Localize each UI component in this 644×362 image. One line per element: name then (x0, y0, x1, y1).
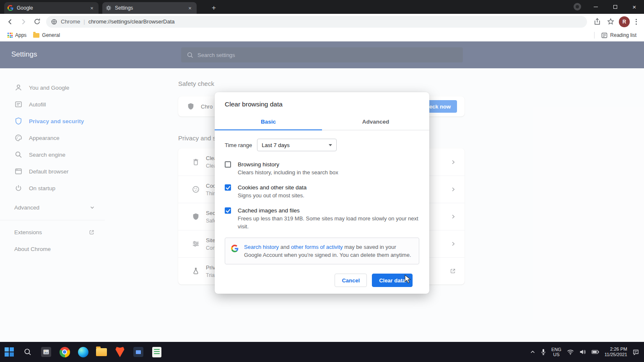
dropdown-caret-icon (329, 144, 332, 146)
tab-settings[interactable]: Settings × (102, 2, 197, 14)
taskbar-edge-button[interactable] (74, 342, 92, 362)
share-icon[interactable] (591, 16, 603, 28)
bookmarks-bar: Apps General Reading list (0, 29, 644, 41)
mouse-cursor (404, 274, 412, 284)
edge-icon (78, 347, 88, 357)
browser-menu-icon[interactable] (631, 19, 641, 25)
language-indicator[interactable]: ENG US (551, 347, 561, 357)
option-browsing-history: Browsing history Clears history, includi… (225, 160, 419, 176)
new-tab-button[interactable]: + (209, 3, 219, 13)
folder-label: General (42, 32, 60, 38)
tab-basic[interactable]: Basic (215, 114, 322, 130)
google-favicon-icon (8, 5, 13, 11)
minimize-button[interactable] (586, 0, 605, 14)
taskbar-photos-button[interactable] (37, 342, 55, 362)
windows-logo-icon (5, 347, 14, 357)
tab-title: Google (17, 5, 88, 11)
google-account-note: Search history and other forms of activi… (225, 238, 419, 264)
search-history-link[interactable]: Search history (244, 244, 279, 250)
taskbar-brave-button[interactable] (111, 342, 129, 362)
option-cookies: Cookies and other site data Signs you ou… (225, 184, 419, 199)
action-center-icon[interactable] (633, 349, 639, 355)
start-button[interactable] (0, 342, 18, 362)
tab-close-icon[interactable]: × (187, 5, 193, 11)
time-range-label: Time range (225, 142, 252, 148)
option-title: Browsing history (238, 160, 338, 168)
file-explorer-icon (96, 348, 107, 356)
option-desc: Signs you out of most sites. (238, 191, 306, 199)
lang-line-1: ENG (551, 347, 561, 352)
monitor-app-icon (133, 347, 143, 357)
cookies-checkbox[interactable] (225, 184, 231, 191)
apps-label: Apps (15, 32, 26, 38)
close-button[interactable]: × (625, 0, 644, 14)
browsing-history-checkbox[interactable] (225, 161, 231, 168)
battery-icon[interactable] (592, 350, 599, 354)
option-title: Cookies and other site data (238, 184, 306, 191)
clear-browsing-data-dialog: Clear browsing data Basic Advanced Time … (215, 92, 429, 294)
clock-date: 11/25/2021 (605, 352, 627, 357)
profile-avatar[interactable]: R (619, 16, 630, 27)
tab-google[interactable]: Google × (4, 2, 99, 14)
url-text: chrome://settings/clearBrowserData (88, 18, 175, 25)
folder-icon (33, 33, 39, 38)
photos-icon (41, 347, 51, 357)
forward-icon[interactable] (18, 16, 29, 28)
volume-icon[interactable] (579, 349, 586, 355)
taskbar-app-button-1[interactable] (129, 342, 148, 362)
url-site-label: Chrome (61, 18, 80, 25)
browser-toolbar: Chrome | chrome://settings/clearBrowserD… (0, 14, 644, 29)
apps-grid-icon (8, 33, 13, 38)
reading-list-icon (601, 32, 608, 39)
back-icon[interactable] (4, 16, 16, 28)
taskbar-chrome-button[interactable] (55, 342, 74, 362)
record-indicator-icon (574, 3, 581, 10)
divider (594, 32, 595, 39)
google-g-icon (231, 245, 239, 252)
wifi-icon[interactable] (567, 349, 574, 355)
reload-icon[interactable] (31, 16, 43, 28)
taskbar-search-button[interactable] (18, 342, 37, 362)
microphone-icon[interactable] (541, 349, 546, 355)
note-mid: and (279, 244, 291, 250)
system-tray: ENG US 2:26 PM 11/25/2021 (530, 346, 644, 357)
tab-title: Settings (115, 5, 187, 11)
brave-icon (115, 347, 125, 357)
site-info-icon[interactable] (51, 19, 57, 25)
clock-time: 2:26 PM (605, 346, 627, 352)
other-activity-link[interactable]: other forms of activity (291, 244, 343, 250)
taskbar-app-button-2[interactable] (148, 342, 166, 362)
cancel-button[interactable]: Cancel (335, 274, 367, 287)
notepad-app-icon (152, 347, 161, 357)
url-divider: | (83, 18, 85, 25)
tray-chevron-up-icon[interactable] (530, 350, 535, 354)
gear-favicon-icon (106, 5, 112, 11)
chrome-icon (60, 347, 70, 357)
window-controls: × (586, 0, 644, 14)
option-desc: Clears history, including in the search … (238, 168, 338, 176)
taskbar-explorer-button[interactable] (92, 342, 111, 362)
dialog-title: Clear browsing data (215, 92, 429, 111)
note-text: Search history and other forms of activi… (244, 243, 413, 259)
reading-list-button[interactable]: Reading list (598, 31, 640, 40)
dialog-tabs: Basic Advanced (215, 114, 429, 130)
bookmark-folder-general[interactable]: General (30, 31, 63, 40)
option-desc: Frees up less than 319 MB. Some sites ma… (238, 215, 419, 230)
apps-shortcut[interactable]: Apps (4, 31, 30, 40)
option-cached-images: Cached images and files Frees up less th… (225, 207, 419, 230)
address-bar[interactable]: Chrome | chrome://settings/clearBrowserD… (46, 16, 587, 28)
taskbar-clock[interactable]: 2:26 PM 11/25/2021 (605, 346, 627, 357)
tab-advanced[interactable]: Advanced (322, 114, 429, 130)
lang-line-2: US (551, 352, 561, 357)
search-icon (23, 348, 32, 356)
time-range-select[interactable]: Last 7 days (257, 139, 337, 151)
maximize-button[interactable] (605, 0, 625, 14)
option-title: Cached images and files (238, 207, 419, 215)
time-range-value: Last 7 days (262, 142, 290, 148)
tab-strip: Google × Settings × + × (0, 0, 644, 14)
tab-close-icon[interactable]: × (88, 5, 95, 11)
bookmark-star-icon[interactable] (605, 16, 616, 28)
taskbar: ENG US 2:26 PM 11/25/2021 (0, 342, 644, 362)
reading-list-label: Reading list (610, 32, 636, 38)
cached-images-checkbox[interactable] (225, 207, 231, 214)
